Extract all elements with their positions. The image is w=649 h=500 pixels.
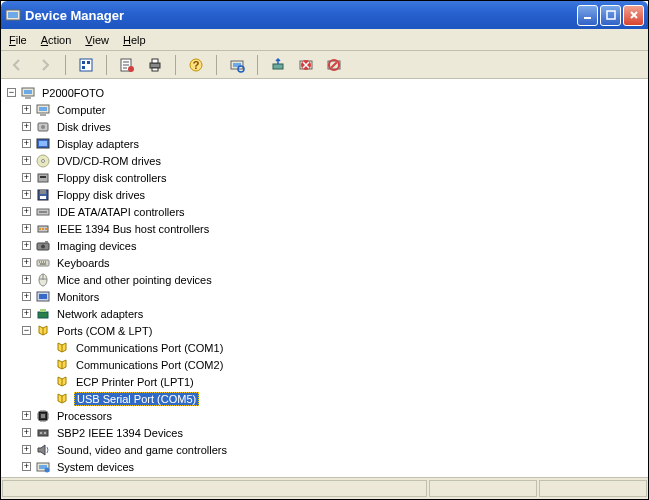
- category-label[interactable]: Floppy disk controllers: [55, 172, 168, 184]
- menu-view[interactable]: View: [85, 34, 109, 46]
- expand-toggle[interactable]: +: [22, 309, 31, 318]
- category-node[interactable]: +SBP2 IEEE 1394 Devices: [22, 424, 642, 441]
- app-icon: [5, 7, 21, 23]
- close-button[interactable]: [623, 5, 644, 26]
- expand-toggle[interactable]: +: [22, 190, 31, 199]
- menu-bar: File Action View Help: [1, 29, 648, 51]
- category-label[interactable]: DVD/CD-ROM drives: [55, 155, 163, 167]
- category-node[interactable]: −Ports (COM & LPT): [22, 322, 642, 339]
- expand-toggle[interactable]: +: [22, 207, 31, 216]
- tree-view[interactable]: − P2000FOTO +Computer+Disk drives+Displa…: [1, 79, 648, 477]
- category-node[interactable]: +System devices: [22, 458, 642, 475]
- category-label[interactable]: IDE ATA/ATAPI controllers: [55, 206, 187, 218]
- category-label[interactable]: Sound, video and game controllers: [55, 444, 229, 456]
- expand-toggle[interactable]: +: [22, 411, 31, 420]
- expand-toggle[interactable]: +: [22, 139, 31, 148]
- minimize-button[interactable]: [577, 5, 598, 26]
- sbp2-icon: [35, 425, 51, 441]
- expand-toggle[interactable]: +: [22, 173, 31, 182]
- category-label[interactable]: Processors: [55, 410, 114, 422]
- expand-toggle[interactable]: +: [22, 224, 31, 233]
- category-label[interactable]: Floppy disk drives: [55, 189, 147, 201]
- svg-rect-51: [39, 294, 47, 299]
- back-button: [7, 55, 27, 75]
- category-node[interactable]: +IDE ATA/ATAPI controllers: [22, 203, 642, 220]
- device-node[interactable]: Communications Port (COM2): [41, 356, 642, 373]
- scan-hardware-icon[interactable]: [227, 55, 247, 75]
- category-label[interactable]: Keyboards: [55, 257, 112, 269]
- svg-rect-39: [40, 196, 46, 199]
- expand-toggle[interactable]: +: [22, 428, 31, 437]
- category-node[interactable]: +Monitors: [22, 288, 642, 305]
- category-label[interactable]: System devices: [55, 461, 136, 473]
- category-node[interactable]: +IEEE 1394 Bus host controllers: [22, 220, 642, 237]
- category-label[interactable]: Computer: [55, 104, 107, 116]
- menu-help[interactable]: Help: [123, 34, 146, 46]
- expand-toggle[interactable]: +: [22, 105, 31, 114]
- category-node[interactable]: +Sound, video and game controllers: [22, 441, 642, 458]
- device-label[interactable]: Communications Port (COM2): [74, 359, 225, 371]
- expand-toggle[interactable]: +: [22, 292, 31, 301]
- port-icon: [35, 323, 51, 339]
- port-icon: [54, 357, 70, 373]
- category-node[interactable]: +Display adapters: [22, 135, 642, 152]
- svg-point-58: [44, 432, 46, 434]
- category-label[interactable]: Imaging devices: [55, 240, 139, 252]
- category-node[interactable]: +DVD/CD-ROM drives: [22, 152, 642, 169]
- keyboard-icon: [35, 255, 51, 271]
- category-label[interactable]: Ports (COM & LPT): [55, 325, 154, 337]
- view-icon[interactable]: [76, 55, 96, 75]
- properties-icon[interactable]: [117, 55, 137, 75]
- expand-toggle[interactable]: +: [22, 258, 31, 267]
- svg-point-46: [41, 244, 45, 248]
- uninstall-icon[interactable]: [296, 55, 316, 75]
- ieee1394-icon: [35, 221, 51, 237]
- svg-point-43: [42, 228, 44, 230]
- system-icon: [35, 459, 51, 475]
- menu-file[interactable]: File: [9, 34, 27, 46]
- category-label[interactable]: Network adapters: [55, 308, 145, 320]
- device-node[interactable]: ECP Printer Port (LPT1): [41, 373, 642, 390]
- category-node[interactable]: +Floppy disk drives: [22, 186, 642, 203]
- expand-toggle[interactable]: +: [22, 156, 31, 165]
- disable-icon[interactable]: [324, 55, 344, 75]
- expand-toggle[interactable]: +: [22, 241, 31, 250]
- expand-toggle[interactable]: −: [22, 326, 31, 335]
- menu-action[interactable]: Action: [41, 34, 72, 46]
- svg-text:?: ?: [193, 59, 200, 71]
- category-label[interactable]: Disk drives: [55, 121, 113, 133]
- sound-icon: [35, 442, 51, 458]
- category-label[interactable]: IEEE 1394 Bus host controllers: [55, 223, 211, 235]
- category-node[interactable]: +Computer: [22, 101, 642, 118]
- device-label[interactable]: USB Serial Port (COM5): [74, 392, 199, 406]
- expand-toggle[interactable]: +: [22, 445, 31, 454]
- maximize-button[interactable]: [600, 5, 621, 26]
- update-driver-icon[interactable]: [268, 55, 288, 75]
- category-node[interactable]: +Network adapters: [22, 305, 642, 322]
- expand-toggle[interactable]: +: [22, 462, 31, 471]
- root-label[interactable]: P2000FOTO: [40, 87, 106, 99]
- category-label[interactable]: Mice and other pointing devices: [55, 274, 214, 286]
- device-label[interactable]: ECP Printer Port (LPT1): [74, 376, 196, 388]
- category-node[interactable]: +Mice and other pointing devices: [22, 271, 642, 288]
- root-node[interactable]: − P2000FOTO: [7, 84, 642, 101]
- category-node[interactable]: +Imaging devices: [22, 237, 642, 254]
- svg-rect-36: [40, 176, 46, 178]
- help-icon[interactable]: ?: [186, 55, 206, 75]
- expand-toggle[interactable]: +: [22, 122, 31, 131]
- category-node[interactable]: +Disk drives: [22, 118, 642, 135]
- category-node[interactable]: +Keyboards: [22, 254, 642, 271]
- device-node[interactable]: Communications Port (COM1): [41, 339, 642, 356]
- category-node[interactable]: +Processors: [22, 407, 642, 424]
- category-label[interactable]: Display adapters: [55, 138, 141, 150]
- category-label[interactable]: Monitors: [55, 291, 101, 303]
- expand-toggle[interactable]: +: [22, 275, 31, 284]
- status-bar: [1, 477, 648, 499]
- category-label[interactable]: SBP2 IEEE 1394 Devices: [55, 427, 185, 439]
- expand-toggle[interactable]: −: [7, 88, 16, 97]
- device-node[interactable]: USB Serial Port (COM5): [41, 390, 642, 407]
- category-node[interactable]: +Floppy disk controllers: [22, 169, 642, 186]
- separator: [65, 55, 66, 75]
- device-label[interactable]: Communications Port (COM1): [74, 342, 225, 354]
- print-icon[interactable]: [145, 55, 165, 75]
